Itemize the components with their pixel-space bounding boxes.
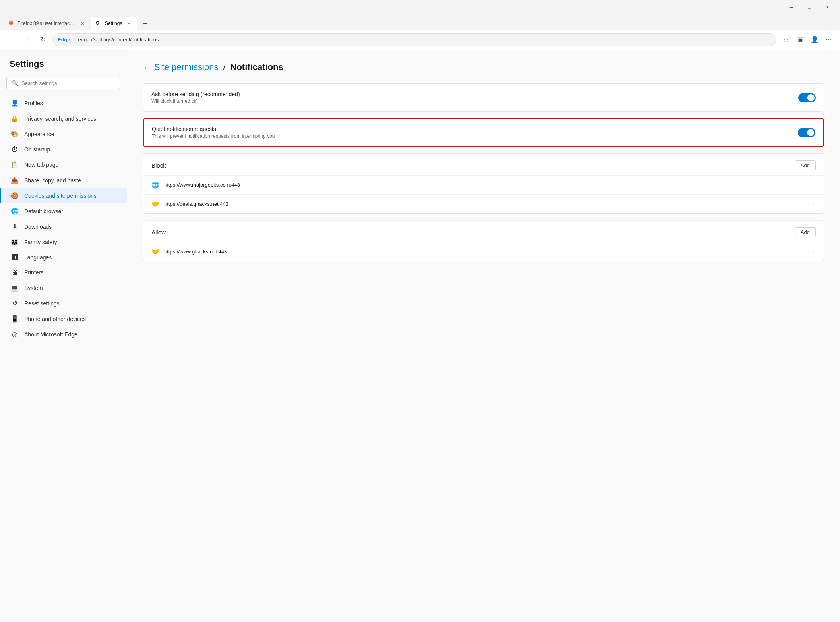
minimize-button[interactable]: ─ [782,0,800,14]
breadcrumb-separator: / [223,62,225,72]
sidebar-item-appearance[interactable]: 🎨 Appearance [0,126,127,142]
address-bar[interactable]: Edge | edge://settings/content/notificat… [52,33,776,46]
allow-site-more-0[interactable]: ⋯ [806,246,816,257]
tab-close-firefox[interactable]: ✕ [79,20,86,27]
breadcrumb-current: Notifications [230,62,283,72]
block-site-row-0: 🌐 https://www.majorgeeks.com:443 ⋯ [143,175,824,194]
sidebar-item-default-browser[interactable]: 🌐 Default browser [0,203,127,219]
ask-before-sending-title: Ask before sending (recommended) [151,91,240,97]
sidebar-item-languages[interactable]: 🅰 Languages [0,250,127,265]
address-text: edge://settings/content/notifications [78,37,771,42]
sidebar-item-profiles[interactable]: 👤 Profiles [0,95,127,111]
sidebar-item-phone[interactable]: 📱 Phone and other devices [0,311,127,326]
sidebar-item-label-family: Family safety [24,239,57,245]
tab-label-firefox: Firefox 89's user interface will be [17,21,75,26]
sidebar-item-label-reset: Reset settings [24,300,60,307]
browser-chrome: ─ □ ✕ 🦊 Firefox 89's user interface will… [0,0,840,49]
ask-before-sending-text: Ask before sending (recommended) Will bl… [151,91,240,104]
allow-site-favicon-0: 🤝 [151,248,159,256]
family-icon: 👨‍👩‍👧 [11,238,19,246]
collections-button[interactable]: ▣ [794,33,807,46]
sidebar-item-label-languages: Languages [24,254,52,261]
window-controls: ─ □ ✕ [782,0,837,14]
reset-icon: ↺ [11,299,19,307]
tab-settings[interactable]: ⚙ Settings ✕ [91,17,137,30]
sidebar-item-label-privacy: Privacy, search, and services [24,116,96,122]
system-icon: 💻 [11,284,19,292]
more-button[interactable]: ⋯ [823,33,835,46]
content-area: Settings 🔍 👤 Profiles 🔒 Privacy, search,… [0,49,840,622]
phone-icon: 📱 [11,315,19,323]
about-icon: ◎ [11,330,19,338]
address-protocol: edge:// [78,37,94,42]
sidebar-item-label-system: System [24,285,43,291]
breadcrumb-back-button[interactable]: ← [143,63,151,72]
maximize-button[interactable]: □ [800,0,819,14]
quiet-notifications-toggle[interactable] [798,128,815,137]
sidebar-item-label-phone: Phone and other devices [24,316,86,322]
nav-bar: ← → ↻ Edge | edge://settings/content/not… [0,30,840,49]
block-site-more-0[interactable]: ⋯ [806,180,816,190]
page-header: ← Site permissions / Notifications [143,62,824,72]
block-site-url-0: https://www.majorgeeks.com:443 [164,182,801,188]
tab-firefox[interactable]: 🦊 Firefox 89's user interface will be ✕ [3,17,91,30]
profiles-icon: 👤 [11,99,19,107]
block-add-button[interactable]: Add [795,160,816,170]
block-site-more-1[interactable]: ⋯ [806,199,816,209]
sidebar-item-reset[interactable]: ↺ Reset settings [0,296,127,311]
sidebar-item-about[interactable]: ◎ About Microsoft Edge [0,326,127,342]
sidebar-item-label-new-tab: New tab page [24,162,58,168]
quiet-notifications-slider [798,128,815,137]
sidebar-item-label-appearance: Appearance [24,131,54,137]
ask-before-sending-toggle[interactable] [798,93,816,102]
sidebar-item-printers[interactable]: 🖨 Printers [0,265,127,280]
quiet-notifications-row: Quiet notification requests This will pr… [144,119,823,146]
breadcrumb-site-permissions[interactable]: Site permissions [154,62,218,72]
search-box[interactable]: 🔍 [6,77,120,89]
search-input[interactable] [21,80,115,86]
close-button[interactable]: ✕ [819,0,837,14]
sidebar-item-privacy[interactable]: 🔒 Privacy, search, and services [0,111,127,126]
main-content: ← Site permissions / Notifications Ask b… [127,49,840,622]
block-site-favicon-1: 🤝 [151,200,159,208]
sidebar-item-cookies[interactable]: 🍪 Cookies and site permissions [0,188,127,203]
allow-section-title: Allow [151,229,166,236]
block-site-row-1: 🤝 https://deals.ghacks.net:443 ⋯ [143,194,824,213]
back-button[interactable]: ← [5,33,17,46]
allow-site-url-0: https://www.ghacks.net:443 [164,249,801,255]
ask-before-sending-slider [798,93,816,102]
sidebar-item-new-tab[interactable]: 📋 New tab page [0,157,127,172]
tab-label-settings: Settings [105,21,122,26]
sidebar-item-system[interactable]: 💻 System [0,280,127,296]
block-section-header: Block Add [143,154,824,175]
profile-button[interactable]: 👤 [808,33,821,46]
sidebar-title: Settings [0,59,127,77]
sidebar-item-label-cookies: Cookies and site permissions [24,193,97,199]
appearance-icon: 🎨 [11,130,19,138]
nav-icons: ☆ ▣ 👤 ⋯ [780,33,835,46]
allow-add-button[interactable]: Add [795,227,816,237]
privacy-icon: 🔒 [11,115,19,122]
quiet-notifications-text: Quiet notification requests This will pr… [152,126,275,139]
new-tab-icon: 📋 [11,161,19,168]
favorites-button[interactable]: ☆ [780,33,792,46]
sidebar-item-downloads[interactable]: ⬇ Downloads [0,219,127,234]
title-bar: ─ □ ✕ [0,0,840,14]
address-path: settings/content/notifications [94,37,159,42]
sidebar-item-on-startup[interactable]: ⏻ On startup [0,142,127,157]
quiet-notifications-subtitle: This will prevent notification requests … [152,133,275,139]
forward-button[interactable]: → [21,33,33,46]
refresh-button[interactable]: ↻ [37,33,49,46]
allow-site-row-0: 🤝 https://www.ghacks.net:443 ⋯ [143,242,824,261]
sidebar: Settings 🔍 👤 Profiles 🔒 Privacy, search,… [0,49,127,622]
tab-bar: 🦊 Firefox 89's user interface will be ✕ … [0,14,840,30]
tab-close-settings[interactable]: ✕ [125,20,132,27]
sidebar-item-family[interactable]: 👨‍👩‍👧 Family safety [0,234,127,250]
sidebar-item-share[interactable]: 📤 Share, copy, and paste [0,172,127,188]
ask-before-sending-row: Ask before sending (recommended) Will bl… [143,84,824,111]
block-section-title: Block [151,162,166,169]
new-tab-button[interactable]: + [139,17,151,30]
on-startup-icon: ⏻ [11,146,19,153]
tab-favicon-firefox: 🦊 [8,20,14,27]
printers-icon: 🖨 [11,269,19,276]
